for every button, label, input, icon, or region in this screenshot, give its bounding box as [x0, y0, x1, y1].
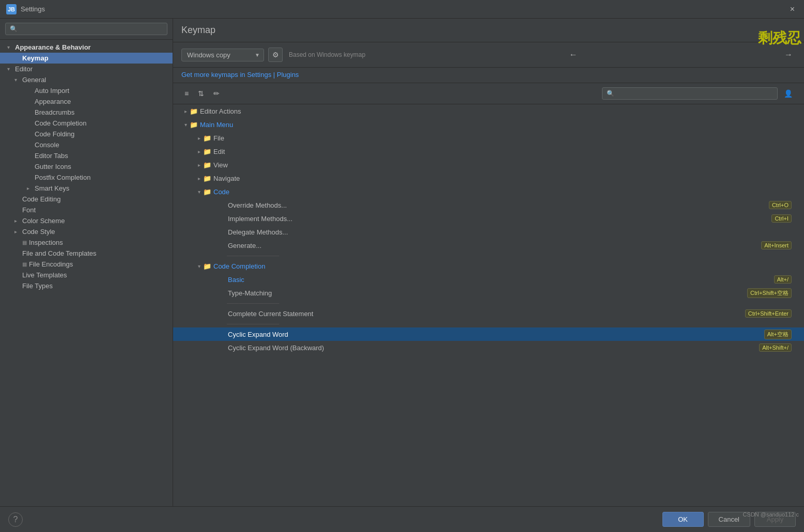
sidebar-item-label: Code Folding: [35, 130, 74, 138]
sidebar-item-gutter-icons[interactable]: Gutter Icons: [0, 161, 173, 172]
sidebar-item-postfix-completion[interactable]: Postfix Completion: [0, 172, 173, 183]
keymap-row-override-methods[interactable]: Override Methods...Ctrl+O: [173, 198, 804, 212]
sidebar-item-keymap[interactable]: Keymap: [0, 53, 173, 64]
folder-icon: 📁: [203, 161, 211, 169]
filter-button[interactable]: 👤: [781, 87, 796, 100]
get-more-keymaps-link[interactable]: Get more keymaps in Settings | Plugins: [181, 71, 299, 79]
sidebar-item-inspections[interactable]: ▦Inspections: [0, 237, 173, 248]
keymap-item-label: View: [213, 161, 796, 169]
sidebar-item-code-editing[interactable]: Code Editing: [0, 194, 173, 205]
keymap-row-implement-methods[interactable]: Implement Methods...Ctrl+I: [173, 212, 804, 225]
panel-header: Keymap: [173, 19, 804, 42]
ok-button[interactable]: OK: [662, 512, 704, 527]
apply-button[interactable]: Apply: [754, 512, 796, 527]
keymap-toolbar: Windows copy ▼ ⚙ Based on Windows keymap…: [173, 42, 804, 68]
nav-forward-button[interactable]: →: [781, 48, 796, 61]
keymap-select[interactable]: Windows copy: [181, 49, 264, 61]
keymap-row-view[interactable]: ▸📁View: [173, 158, 804, 171]
shortcut-badge: Ctrl+I: [771, 214, 792, 223]
sidebar-item-font[interactable]: Font: [0, 205, 173, 215]
close-button[interactable]: ×: [787, 4, 798, 15]
folder-icon: 📁: [190, 107, 198, 115]
action-search-input[interactable]: [602, 87, 778, 100]
expander-icon: ▸: [14, 229, 21, 234]
shortcut-badge: Ctrl+O: [769, 201, 792, 209]
title-bar: JB Settings ×: [0, 0, 804, 19]
keymap-item-label: Complete Current Statement: [228, 310, 745, 318]
sidebar-item-appearance[interactable]: Appearance: [0, 96, 173, 107]
keymap-row-type-matching[interactable]: Type-MatchingCtrl+Shift+空格: [173, 286, 804, 300]
tree-expander-icon: ▸: [195, 176, 203, 181]
gear-button[interactable]: ⚙: [268, 48, 283, 62]
keymap-row-cyclic-expand-back[interactable]: Cyclic Expand Word (Backward)Alt+Shift+/: [173, 341, 804, 354]
sidebar-item-code-completion[interactable]: Code Completion: [0, 118, 173, 129]
keymap-row-complete-current[interactable]: Complete Current StatementCtrl+Shift+Ent…: [173, 307, 804, 320]
action-list-icon[interactable]: ≡: [181, 88, 192, 99]
tree-expander-icon: ▸: [195, 162, 203, 168]
keymap-item-label: Cyclic Expand Word: [228, 331, 764, 338]
tree-expander-icon: ▾: [195, 189, 203, 195]
sidebar-item-live-templates[interactable]: Live Templates: [0, 270, 173, 280]
sidebar-item-label: File Encodings: [29, 260, 73, 268]
folder-icon: 📁: [203, 188, 211, 196]
sidebar-item-file-code-templates[interactable]: File and Code Templates: [0, 248, 173, 259]
sidebar-item-label: Keymap: [22, 54, 49, 62]
shortcut-badge: Alt+Insert: [761, 241, 792, 249]
sidebar-item-label: Auto Import: [35, 87, 69, 95]
sidebar-item-auto-import[interactable]: Auto Import: [0, 85, 173, 96]
sidebar-item-code-folding[interactable]: Code Folding: [0, 129, 173, 139]
keymap-item-label: Cyclic Expand Word (Backward): [228, 344, 759, 352]
keymap-row-file[interactable]: ▸📁File: [173, 131, 804, 145]
keymap-row-navigate[interactable]: ▸📁Navigate: [173, 171, 804, 185]
sidebar-item-label: Console: [35, 141, 59, 149]
keymap-row-delegate-methods[interactable]: Delegate Methods...: [173, 225, 804, 239]
separator-sep1: ─────────────: [173, 252, 804, 259]
sidebar-item-breadcrumbs[interactable]: Breadcrumbs: [0, 107, 173, 118]
sidebar-item-color-scheme[interactable]: ▸Color Scheme: [0, 215, 173, 226]
sidebar-item-general[interactable]: ▾General: [0, 74, 173, 85]
help-button[interactable]: ?: [8, 512, 23, 527]
sidebar-item-label: Code Editing: [22, 195, 60, 203]
sidebar-item-label: Editor Tabs: [35, 152, 68, 160]
keymap-row-code-completion-folder[interactable]: ▾📁Code Completion: [173, 259, 804, 273]
bottom-bar: ? OK Cancel Apply: [0, 506, 804, 532]
keymap-row-edit[interactable]: ▸📁Edit: [173, 145, 804, 158]
item-icon: ▦: [22, 240, 27, 245]
sidebar-item-code-style[interactable]: ▸Code Style: [0, 226, 173, 237]
sidebar-item-label: Gutter Icons: [35, 163, 71, 170]
folder-icon: 📁: [203, 175, 211, 182]
sidebar-item-editor[interactable]: ▾Editor: [0, 64, 173, 74]
keymap-row-code[interactable]: ▾📁Code: [173, 185, 804, 198]
sidebar-search-box: [0, 19, 173, 40]
nav-back-button[interactable]: ←: [566, 48, 581, 61]
sidebar-search-input[interactable]: [5, 23, 167, 35]
app-icon: JB: [6, 4, 17, 14]
cancel-button[interactable]: Cancel: [708, 512, 750, 527]
expander-icon: ▸: [14, 218, 21, 224]
keymap-row-cyclic-expand[interactable]: Cyclic Expand WordAlt+空格: [173, 327, 804, 341]
sidebar-item-smart-keys[interactable]: ▸Smart Keys: [0, 183, 173, 194]
keymap-row-main-menu[interactable]: ▾📁Main Menu: [173, 118, 804, 131]
sidebar-item-label: Font: [22, 206, 36, 214]
tree-expander-icon: ▸: [195, 149, 203, 154]
keymap-row-generate[interactable]: Generate...Alt+Insert: [173, 239, 804, 252]
sidebar-item-file-types[interactable]: File Types: [0, 280, 173, 291]
shortcut-badge: Ctrl+Shift+Enter: [745, 309, 792, 318]
action-edit-icon[interactable]: ✏: [210, 88, 223, 99]
action-sort-icon[interactable]: ⇅: [195, 88, 207, 99]
keymap-row-editor-actions[interactable]: ▸📁Editor Actions: [173, 104, 804, 118]
sidebar-item-file-encodings[interactable]: ▦File Encodings: [0, 259, 173, 270]
sidebar-item-label: Color Scheme: [22, 217, 65, 225]
shortcut-badge: Ctrl+Shift+空格: [747, 288, 792, 298]
sidebar-item-label: File Types: [22, 282, 53, 290]
keymap-row-basic[interactable]: BasicAlt+/: [173, 273, 804, 286]
shortcut-badge: Alt+空格: [764, 330, 792, 339]
folder-icon: 📁: [203, 262, 211, 270]
sidebar-item-label: Appearance: [35, 98, 71, 105]
sidebar-item-label: File and Code Templates: [22, 249, 97, 257]
tree-expander-icon: ▸: [195, 135, 203, 141]
sidebar-item-label: Breadcrumbs: [35, 108, 74, 116]
sidebar-item-console[interactable]: Console: [0, 139, 173, 150]
sidebar-item-appearance-behavior[interactable]: ▾Appearance & Behavior: [0, 42, 173, 53]
sidebar-item-editor-tabs[interactable]: Editor Tabs: [0, 150, 173, 161]
